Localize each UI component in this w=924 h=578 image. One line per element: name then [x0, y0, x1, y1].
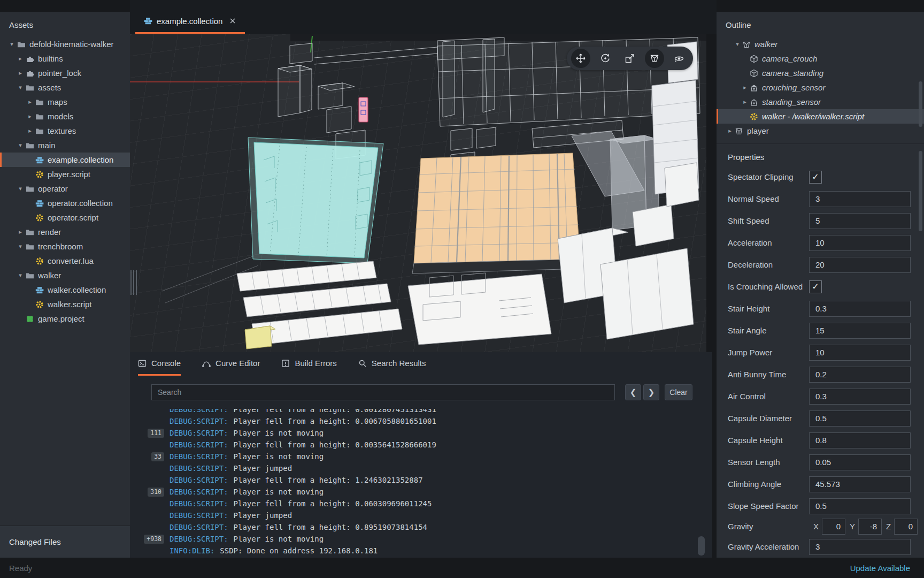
asset-tree-item[interactable]: ▾ main [0, 138, 130, 153]
outline-tree-item[interactable]: ▸ crouching_sensor [717, 80, 924, 95]
asset-tree-item[interactable]: ▾ assets [0, 80, 130, 95]
3d-viewport[interactable] [130, 34, 706, 352]
asset-tree-item[interactable]: walker.script [0, 297, 130, 311]
viewport-tool-button[interactable] [620, 49, 640, 68]
log-message: Player jumped [234, 464, 292, 473]
asset-tree-item[interactable]: ▸ models [0, 109, 130, 124]
clear-button[interactable]: Clear [665, 384, 692, 400]
property-input[interactable]: 0.3 [809, 301, 911, 317]
asset-tree-item[interactable]: ▸ builtins [0, 51, 130, 66]
property-input[interactable]: 15 [809, 323, 911, 339]
property-input[interactable]: 20 [809, 257, 911, 273]
console-tab[interactable]: Search Results [358, 352, 426, 376]
asset-tree-item[interactable]: ▸ maps [0, 95, 130, 109]
property-input[interactable]: 0.05 [809, 454, 911, 470]
changed-files-section[interactable]: Changed Files [0, 526, 130, 558]
asset-tree-item[interactable]: converter.lua [0, 254, 130, 268]
folder-icon [26, 83, 34, 92]
expand-arrow[interactable]: ▸ [25, 98, 35, 105]
property-input[interactable]: 3 [809, 191, 911, 207]
property-input[interactable]: 45.573 [809, 476, 911, 492]
outline-title: Outline [717, 12, 924, 37]
expand-arrow[interactable]: ▸ [25, 113, 35, 120]
asset-tree-item[interactable]: example.collection [0, 153, 130, 167]
expand-arrow[interactable]: ▾ [15, 84, 26, 91]
console-tab[interactable]: Curve Editor [202, 352, 260, 376]
outline-scrollbar-thumb[interactable] [919, 81, 922, 127]
expand-arrow[interactable]: ▾ [15, 185, 26, 192]
asset-tree-item[interactable]: player.script [0, 167, 130, 181]
asset-tree-item[interactable]: ▸ textures [0, 124, 130, 138]
log-line: DEBUG:SCRIPT: Player jumped [136, 509, 712, 521]
asset-label: converter.lua [48, 256, 94, 265]
close-icon[interactable] [229, 17, 236, 25]
property-label: Spectator Clipping [728, 172, 809, 181]
search-input[interactable] [151, 384, 615, 400]
property-row: Air Control 0.3 [717, 385, 924, 407]
outline-tree-item[interactable]: ▸ standing_sensor [717, 95, 924, 109]
viewport-tool-button[interactable] [571, 49, 590, 68]
properties-scrollbar-thumb[interactable] [919, 151, 922, 231]
viewport-tool-button[interactable] [596, 49, 615, 68]
asset-tree-item[interactable]: ▸ render [0, 225, 130, 239]
checkbox[interactable] [809, 280, 822, 293]
expand-arrow[interactable]: ▸ [15, 55, 26, 62]
property-input[interactable]: 3 [809, 539, 911, 555]
log-line: DEBUG:SCRIPT: Player fell from a height:… [136, 439, 712, 451]
log-prefix: DEBUG:SCRIPT: [170, 523, 228, 531]
search-prev-button[interactable]: ❮ [625, 384, 641, 400]
asset-tree-item[interactable]: ▾ defold-kinematic-walker [0, 37, 130, 51]
expand-arrow[interactable]: ▾ [15, 142, 26, 149]
expand-arrow[interactable]: ▸ [15, 70, 26, 77]
viewport-tool-button[interactable] [645, 49, 664, 68]
viewport-tool-button[interactable] [669, 49, 689, 68]
tab-example-collection[interactable]: example.collection [135, 10, 245, 34]
gravity-z-input[interactable]: 0 [894, 519, 918, 535]
log-line: +938 DEBUG:SCRIPT: Player is not moving [136, 533, 712, 545]
outline-tree-item[interactable]: ▸ player [717, 124, 924, 138]
asset-tree-item[interactable]: operator.collection [0, 196, 130, 210]
expand-arrow[interactable]: ▸ [740, 84, 750, 91]
asset-tree-item[interactable]: walker.collection [0, 283, 130, 297]
gravity-x-input[interactable]: 0 [822, 519, 845, 535]
asset-tree-item[interactable]: ▾ walker [0, 268, 130, 283]
panel-splitter-handle[interactable] [130, 270, 137, 295]
outline-tree-item[interactable]: ▾ walker [717, 37, 924, 51]
console-log[interactable]: DEBUG:SCRIPT: Player fell from a height:… [130, 409, 712, 558]
asset-tree-item[interactable]: game.project [0, 311, 130, 326]
log-message: Player fell from a height: 0.00128074513… [234, 409, 436, 414]
property-input[interactable]: 0.3 [809, 389, 911, 405]
expand-arrow[interactable]: ▾ [15, 272, 26, 279]
expand-arrow[interactable]: ▸ [15, 229, 26, 235]
expand-arrow[interactable]: ▾ [733, 41, 742, 48]
asset-tree-item[interactable]: ▾ trenchbroom [0, 239, 130, 254]
outline-tree-item[interactable]: walker - /walker/walker.script [717, 109, 924, 124]
search-next-button[interactable]: ❯ [643, 384, 659, 400]
console-tab[interactable]: Build Errors [281, 352, 336, 376]
outline-tree-item[interactable]: camera_crouch [717, 51, 924, 66]
expand-arrow[interactable]: ▸ [740, 98, 750, 105]
console-tab[interactable]: Console [138, 352, 181, 376]
checkbox[interactable] [809, 171, 822, 184]
property-input[interactable]: 5 [809, 213, 911, 229]
update-available-link[interactable]: Update Available [850, 564, 910, 573]
asset-label: operator [38, 184, 68, 193]
property-input[interactable]: 0.5 [809, 498, 911, 514]
outline-tree-item[interactable]: camera_standing [717, 66, 924, 80]
asset-tree-item[interactable]: ▸ pointer_lock [0, 66, 130, 80]
expand-arrow[interactable]: ▸ [25, 127, 35, 134]
expand-arrow[interactable]: ▾ [6, 41, 17, 48]
property-row: Is Crouching Allowed [717, 276, 924, 298]
console-scrollbar-thumb[interactable] [698, 536, 705, 556]
property-input[interactable]: 0.5 [809, 410, 911, 427]
property-label: Stair Angle [728, 326, 809, 335]
property-input[interactable]: 10 [809, 345, 911, 361]
property-input[interactable]: 0.8 [809, 432, 911, 448]
asset-tree-item[interactable]: operator.script [0, 210, 130, 225]
property-input[interactable]: 0.2 [809, 367, 911, 383]
gravity-y-input[interactable]: -8 [858, 519, 882, 535]
expand-arrow[interactable]: ▾ [15, 243, 26, 250]
asset-tree-item[interactable]: ▾ operator [0, 181, 130, 196]
expand-arrow[interactable]: ▸ [725, 127, 735, 134]
property-input[interactable]: 10 [809, 235, 911, 251]
